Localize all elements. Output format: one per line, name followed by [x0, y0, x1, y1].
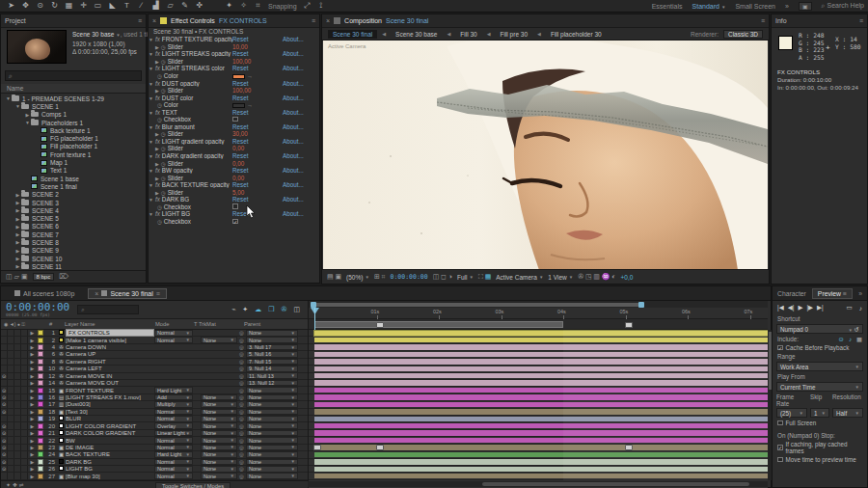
layer-track[interactable]	[309, 366, 768, 372]
layer-color-chip[interactable]	[38, 451, 43, 457]
layer-row[interactable]: ▶4✇Camera DOWN◎3. Null 17▼	[1, 344, 308, 351]
about-link[interactable]: About...	[283, 50, 319, 57]
about-link[interactable]: About...	[283, 181, 319, 188]
twirl-icon[interactable]: ▶	[14, 256, 21, 261]
layer-visibility-toggle[interactable]: ⊙	[1, 373, 8, 379]
workspace-small-screen[interactable]: Small Screen	[735, 3, 775, 10]
column-parent[interactable]: Parent	[244, 321, 260, 327]
trkmat-select[interactable]: None▼	[201, 401, 237, 408]
tab-effect-controls[interactable]: Effect Controls	[171, 17, 215, 24]
reset-button[interactable]: Reset	[232, 36, 283, 42]
show-channels-icon[interactable]: ◑	[448, 273, 452, 280]
panel-menu-icon[interactable]: ≡	[312, 17, 315, 24]
tree-item[interactable]: Map 1	[1, 158, 146, 166]
param-value[interactable]: 0,00	[232, 175, 244, 181]
resolution-select[interactable]: Half▼	[832, 408, 863, 418]
layer-track[interactable]	[309, 351, 768, 358]
skip-select[interactable]: 1▼	[810, 408, 829, 418]
twirl-icon[interactable]: ▶	[28, 388, 37, 393]
play-cached-frames-checkbox[interactable]: ✓If caching, play cached frames	[773, 440, 867, 455]
layer-lock-toggle[interactable]	[21, 473, 28, 478]
bit-depth-button[interactable]: 8 bpc	[33, 273, 55, 281]
layer-track[interactable]	[309, 359, 768, 366]
twirl-icon[interactable]: ▼	[149, 95, 153, 101]
twirl-icon[interactable]: ▶	[155, 190, 159, 196]
twirl-icon[interactable]: ▶	[28, 359, 37, 365]
layer-color-chip[interactable]	[38, 394, 43, 400]
layer-visibility-toggle[interactable]	[1, 359, 8, 365]
mode-select[interactable]: Hard Light▼	[154, 387, 193, 393]
about-link[interactable]: About...	[283, 80, 319, 87]
twirl-icon[interactable]: ▶	[28, 409, 37, 415]
layer-track[interactable]	[309, 437, 768, 444]
layer-duration-bar[interactable]	[314, 352, 768, 357]
tree-item[interactable]: ▼1 - PREMADE SCENES 1-29	[1, 95, 146, 102]
layer-visibility-toggle[interactable]	[1, 416, 8, 421]
param-value-cell[interactable]: 0,00	[232, 160, 283, 167]
tab-composition[interactable]: Composition	[344, 17, 382, 24]
layer-solo-toggle[interactable]	[14, 409, 21, 415]
about-link[interactable]: About...	[283, 65, 319, 71]
close-icon[interactable]: ×	[95, 290, 98, 297]
twirl-icon[interactable]: ▶	[155, 131, 159, 137]
layer-duration-bar[interactable]	[314, 430, 768, 435]
twirl-icon[interactable]: ▶	[28, 394, 37, 400]
layer-lock-toggle[interactable]	[21, 359, 28, 365]
mute-video-icon[interactable]: ▭	[847, 304, 853, 312]
layer-track[interactable]	[309, 409, 768, 416]
twirl-icon[interactable]: ▼	[149, 139, 153, 145]
layer-track[interactable]	[309, 330, 768, 337]
param-value-cell[interactable]: 10,00	[232, 43, 283, 50]
layer-lock-toggle[interactable]	[21, 409, 28, 415]
stopwatch-icon[interactable]: ◷	[157, 73, 162, 79]
layer-visibility-toggle[interactable]	[1, 473, 8, 478]
type-tool[interactable]: T	[120, 0, 134, 12]
parent-pickwhip-icon[interactable]: ◎	[237, 344, 246, 350]
twirl-icon[interactable]: ▶	[28, 438, 37, 444]
mode-select[interactable]: Normal▼	[154, 409, 193, 416]
reset-button[interactable]: Reset	[232, 65, 283, 71]
timeline-track-area[interactable]: 01s02s03s04s05s06s07s	[308, 301, 768, 488]
layer-name[interactable]: Camera LEFT	[66, 366, 154, 371]
close-icon[interactable]: ×	[326, 17, 330, 24]
param-value-cell[interactable]: →	[232, 72, 283, 79]
full-screen-checkbox[interactable]: Full Screen	[773, 419, 867, 427]
transparency-grid-icon[interactable]: ▦	[485, 273, 492, 280]
layer-row[interactable]: ▶1FX CONTROLSNormal▼◎None▼	[1, 330, 308, 337]
next-frame-button[interactable]: |▶	[806, 304, 813, 312]
layer-row[interactable]: ⊙▶12✇Camera MOVE IN◎11. Null 13▼	[1, 373, 308, 380]
twirl-icon[interactable]: ▶	[28, 445, 37, 450]
layer-color-chip[interactable]	[38, 438, 43, 444]
param-value[interactable]: 100,00	[232, 87, 251, 94]
twirl-icon[interactable]: ▶	[14, 216, 21, 222]
parent-select[interactable]: None▼	[246, 394, 298, 401]
trkmat-select[interactable]: None▼	[201, 394, 237, 401]
mode-select[interactable]: Normal▼	[154, 437, 193, 444]
layer-marker[interactable]	[625, 445, 633, 450]
layer-audio-toggle[interactable]	[8, 330, 14, 336]
play-from-select[interactable]: Current Time▼	[776, 382, 863, 392]
parent-select[interactable]: None▼	[246, 451, 298, 458]
comp-tab[interactable]: Scene 30 base	[391, 30, 442, 39]
effect-header[interactable]: ▼fxLIGHT gradient opacityResetAbout...	[149, 138, 319, 146]
graph-editor-icon[interactable]: ◫	[293, 306, 300, 313]
tab-info[interactable]: Info	[775, 17, 787, 24]
reset-button[interactable]: Reset	[232, 138, 283, 145]
twirl-icon[interactable]: ▼	[149, 66, 153, 71]
layer-color-chip[interactable]	[38, 330, 43, 336]
layer-name[interactable]: DARK COLOR GRADIENT	[66, 430, 154, 436]
effect-header[interactable]: ▼fxDUST colorResetAbout...	[149, 94, 319, 101]
panel-menu-icon[interactable]: ≡	[859, 17, 863, 24]
parent-pickwhip-icon[interactable]: ◎	[237, 338, 246, 343]
parent-pickwhip-icon[interactable]: ◎	[237, 380, 246, 386]
reset-button[interactable]: Reset	[232, 109, 283, 116]
layer-lock-toggle[interactable]	[21, 437, 28, 443]
color-swatch[interactable]	[232, 74, 245, 80]
twirl-icon[interactable]: ▼	[149, 110, 153, 116]
first-frame-button[interactable]: |◀	[777, 304, 784, 312]
parent-select[interactable]: None▼	[246, 401, 298, 408]
mode-select[interactable]: Add▼	[154, 394, 193, 401]
about-link[interactable]: About...	[283, 95, 319, 101]
layer-lock-toggle[interactable]	[21, 451, 28, 457]
layer-solo-toggle[interactable]	[14, 387, 21, 393]
